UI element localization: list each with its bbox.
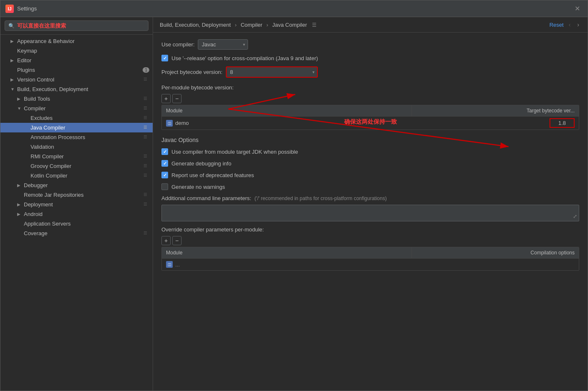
javac-option-label-3: Generate no warnings [171, 184, 225, 190]
plugin-badge: 1 [143, 67, 149, 73]
compiler-value: Javac [202, 41, 216, 48]
nav-back-button[interactable]: ‹ [567, 20, 573, 29]
collapse-icon: ▼ [10, 87, 17, 91]
sidebar: 🔍 ▶ Appearance & Behavior Keymap ▶ [0, 17, 153, 391]
table-body: ◫ demo 1.8 确保这两处保持一致 [162, 117, 579, 129]
main-content: 🔍 ▶ Appearance & Behavior Keymap ▶ [0, 17, 588, 391]
release-checkbox[interactable]: ✓ [161, 55, 168, 61]
sidebar-item-build-tools[interactable]: ▶ Build Tools ☰ [0, 94, 153, 104]
checkmark-icon: ✓ [163, 149, 167, 155]
override-module-cell: ◫ ... [162, 259, 412, 269]
search-bar: 🔍 [0, 17, 153, 35]
bytecode-select[interactable]: 8 ▾ [226, 66, 318, 78]
search-icon: 🔍 [8, 23, 15, 29]
remove-module-button[interactable]: − [172, 94, 182, 103]
sidebar-item-plugins[interactable]: Plugins 1 [0, 65, 153, 75]
collapse-icon: ▶ [17, 202, 24, 207]
sidebar-item-deployment[interactable]: ▶ Deployment ☰ [0, 200, 153, 209]
compiler-select[interactable]: Javac ▾ [198, 39, 248, 50]
settings-icon: ☰ [143, 77, 149, 83]
search-wrap[interactable]: 🔍 [5, 20, 148, 31]
settings-window: IJ Settings ✕ 🔍 ▶ Appearance & Behavior [0, 0, 588, 391]
override-table-header: Module Compilation options [162, 247, 579, 259]
sidebar-item-app-servers[interactable]: Application Servers [0, 219, 153, 229]
settings-icon: ☰ [143, 173, 149, 179]
collapse-icon: ▶ [10, 58, 17, 63]
release-option-label: Use '--release' option for cross-compila… [171, 55, 318, 61]
main-area: Build, Execution, Deployment › Compiler … [153, 17, 588, 391]
sidebar-item-build-execution[interactable]: ▼ Build, Execution, Deployment [0, 84, 153, 94]
sidebar-item-android[interactable]: ▶ Android [0, 209, 153, 219]
nav-forward-button[interactable]: › [575, 20, 581, 29]
sidebar-item-kotlin[interactable]: Kotlin Compiler ☰ [0, 171, 153, 180]
javac-checkbox-2[interactable]: ✓ [161, 172, 168, 178]
settings-icon: ☰ [143, 202, 149, 208]
add-override-button[interactable]: + [161, 236, 171, 245]
sidebar-item-validation[interactable]: Validation [0, 142, 153, 152]
collapse-icon: ▶ [17, 96, 24, 101]
bytecode-label: Project bytecode version: [161, 69, 222, 75]
settings-content: Use compiler: Javac ▾ ✓ Use '--release' … [153, 33, 588, 391]
sidebar-item-coverage[interactable]: Coverage ☰ [0, 229, 153, 238]
javac-checkbox-1[interactable]: ✓ [161, 160, 168, 167]
module-icon: ◫ [166, 261, 173, 268]
additional-params-hint: ('/' recommended in paths for cross-plat… [255, 196, 387, 201]
release-option-row: ✓ Use '--release' option for cross-compi… [161, 55, 579, 61]
per-module-toolbar: + − [161, 94, 579, 103]
additional-params-row: Additional command line parameters: ('/'… [161, 195, 579, 203]
sidebar-item-groovy[interactable]: Groovy Compiler ☰ [0, 161, 153, 171]
checkmark-icon: ✓ [163, 56, 167, 61]
close-button[interactable]: ✕ [572, 4, 583, 13]
collapse-icon: ▶ [17, 212, 24, 216]
checkmark-icon: ✓ [163, 161, 167, 166]
per-module-table: Module Target bytecode ver... ◫ demo 1.8 [161, 105, 579, 130]
version-col-header: Target bytecode ver... [412, 105, 579, 116]
settings-icon: ☰ [143, 115, 149, 121]
javac-section-heading: Javac Options [161, 137, 579, 143]
sidebar-item-excludes[interactable]: Excludes ☰ [0, 113, 153, 123]
sidebar-item-debugger[interactable]: ▶ Debugger [0, 180, 153, 190]
breadcrumb: Build, Execution, Deployment › Compiler … [160, 22, 550, 28]
sidebar-item-keymap[interactable]: Keymap [0, 46, 153, 56]
sidebar-item-remote-jar[interactable]: Remote Jar Repositories ☰ [0, 190, 153, 200]
additional-params-input[interactable]: ⤢ [161, 205, 579, 221]
sidebar-item-annotation[interactable]: Annotation Processors ☰ [0, 132, 153, 142]
sidebar-item-compiler[interactable]: ▼ Compiler ☰ [0, 104, 153, 113]
sidebar-item-version-control[interactable]: ▶ Version Control ☰ [0, 75, 153, 84]
javac-checkbox-3[interactable] [161, 183, 168, 190]
dropdown-arrow-icon: ▾ [312, 70, 314, 74]
javac-option-2: ✓ Report use of deprecated features [161, 172, 579, 178]
sidebar-item-appearance[interactable]: ▶ Appearance & Behavior [0, 36, 153, 46]
use-compiler-label: Use compiler: [161, 41, 194, 48]
search-input[interactable] [17, 23, 145, 29]
annotation-text: 确保这两处保持一致 [344, 118, 397, 126]
add-module-button[interactable]: + [161, 94, 171, 103]
javac-checkbox-0[interactable]: ✓ [161, 148, 168, 155]
breadcrumb-actions: Reset ‹ › [550, 20, 581, 29]
sidebar-tree: ▶ Appearance & Behavior Keymap ▶ Editor … [0, 35, 153, 391]
zh-annotation: 确保这两处保持一致 [344, 118, 397, 125]
settings-icon: ☰ [143, 163, 149, 169]
breadcrumb-sep1: › [235, 22, 238, 28]
module-name: demo [175, 120, 189, 126]
settings-icon: ☰ [143, 231, 149, 236]
sidebar-item-java-compiler[interactable]: Java Compiler ☰ [0, 123, 153, 132]
module-col-header: Module [162, 105, 412, 116]
breadcrumb-sep2: › [266, 22, 270, 28]
collapse-icon: ▶ [10, 77, 17, 82]
sidebar-item-editor[interactable]: ▶ Editor [0, 56, 153, 65]
remove-override-button[interactable]: − [172, 236, 182, 245]
override-table-body: ◫ ... [162, 259, 579, 270]
override-table: Module Compilation options ◫ ... [161, 247, 579, 271]
titlebar: IJ Settings ✕ [0, 0, 588, 17]
collapse-icon: ▼ [17, 106, 24, 111]
reset-button[interactable]: Reset [550, 22, 564, 28]
app-icon: IJ [5, 5, 14, 13]
sidebar-item-rmi[interactable]: RMI Compiler ☰ [0, 152, 153, 161]
additional-params-section: Additional command line parameters: ('/'… [161, 195, 579, 221]
breadcrumb-menu-icon[interactable]: ☰ [312, 22, 317, 28]
override-table-row: ◫ ... [162, 259, 579, 270]
settings-icon: ☰ [143, 135, 149, 140]
table-row: ◫ demo 1.8 确保这两处保持一致 [162, 117, 579, 129]
settings-icon: ☰ [143, 96, 149, 102]
